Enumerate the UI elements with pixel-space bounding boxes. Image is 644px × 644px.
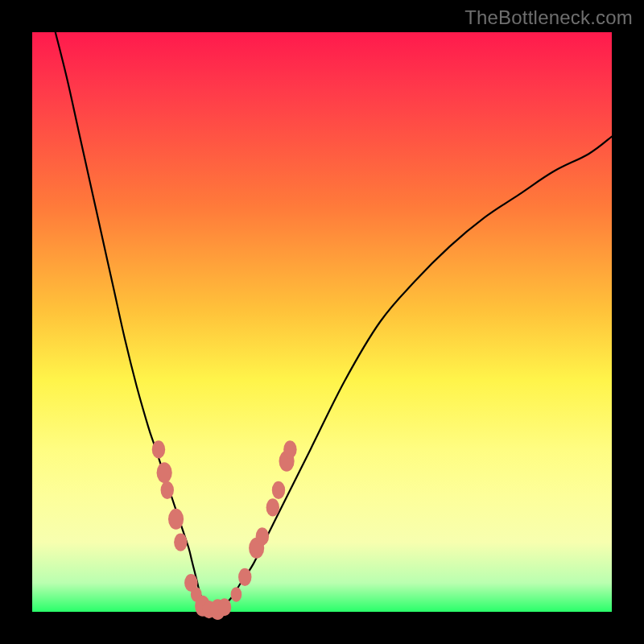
data-marker: [238, 568, 251, 586]
data-marker: [157, 462, 172, 483]
data-marker: [174, 534, 187, 551]
data-marker: [218, 598, 231, 616]
data-marker: [168, 509, 184, 530]
data-marker: [231, 587, 242, 601]
data-marker: [266, 498, 279, 516]
plot-area: [32, 32, 612, 612]
frame: TheBottleneck.com: [0, 0, 644, 644]
right-curve: [212, 137, 612, 612]
data-marker: [272, 481, 285, 499]
left-curve: [56, 32, 212, 612]
data-marker: [152, 440, 165, 458]
data-marker: [256, 527, 269, 545]
data-marker: [161, 481, 174, 499]
watermark-text: TheBottleneck.com: [464, 6, 633, 29]
marker-group: [152, 440, 297, 620]
data-marker: [283, 440, 296, 458]
chart-svg: [32, 32, 612, 612]
